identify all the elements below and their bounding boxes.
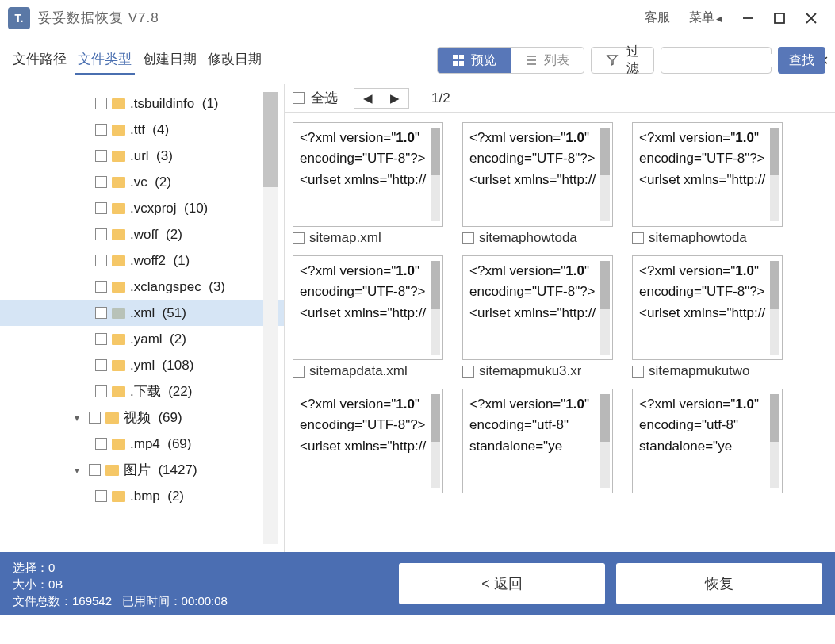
- tree-leaf[interactable]: .xml (51): [0, 300, 284, 326]
- file-checkbox[interactable]: [293, 232, 305, 244]
- select-all-checkbox[interactable]: [293, 92, 305, 104]
- tree-leaf[interactable]: .url (3): [0, 143, 284, 169]
- preview-button[interactable]: 预览: [438, 48, 511, 73]
- filter-button[interactable]: 过滤: [591, 47, 654, 74]
- next-page-button[interactable]: ▶: [381, 89, 408, 108]
- file-name: sitemapmukutwo: [649, 363, 750, 379]
- tree-label: .woff (2): [130, 227, 182, 243]
- tree-leaf[interactable]: .mp4 (69): [0, 431, 284, 457]
- card-scrollbar[interactable]: [431, 261, 440, 355]
- tab-created-date[interactable]: 创建日期: [140, 45, 200, 75]
- tree-label: 图片 (1427): [124, 461, 197, 479]
- folder-icon: [112, 439, 125, 450]
- file-checkbox[interactable]: [462, 366, 474, 378]
- tree-checkbox[interactable]: [95, 333, 107, 345]
- file-card[interactable]: <?xml version="1.0" encoding="UTF-8"?> <…: [462, 255, 613, 379]
- list-button[interactable]: 列表: [511, 48, 584, 73]
- tree-leaf[interactable]: .yaml (2): [0, 326, 284, 352]
- find-button[interactable]: 查找: [778, 47, 825, 74]
- file-card[interactable]: <?xml version="1.0" encoding="UTF-8"?> <…: [293, 255, 443, 379]
- tree-leaf[interactable]: .ttf (4): [0, 117, 284, 143]
- card-scrollbar[interactable]: [600, 261, 610, 355]
- file-card[interactable]: <?xml version="1.0" encoding="UTF-8"?> <…: [293, 122, 443, 246]
- file-card[interactable]: <?xml version="1.0" encoding="UTF-8"?> <…: [293, 389, 443, 493]
- card-scrollbar[interactable]: [770, 394, 779, 488]
- tree-leaf[interactable]: .xclangspec (3): [0, 274, 284, 300]
- folder-icon: [112, 177, 125, 188]
- card-scrollbar[interactable]: [431, 394, 440, 488]
- card-scrollbar[interactable]: [600, 394, 610, 488]
- tree-leaf[interactable]: .yml (108): [0, 352, 284, 378]
- file-name: sitemaphowtoda: [479, 230, 577, 246]
- file-card[interactable]: <?xml version="1.0" encoding="utf-8" sta…: [632, 389, 783, 493]
- tree-leaf[interactable]: .下载 (22): [0, 378, 284, 404]
- tree-checkbox[interactable]: [95, 307, 107, 319]
- footer: 选择：0 大小：0B 文件总数：169542 已用时间：00:00:08 < 返…: [0, 552, 835, 615]
- tree-checkbox[interactable]: [95, 202, 107, 214]
- tree-leaf[interactable]: .vc (2): [0, 169, 284, 195]
- tree-label: .yml (108): [130, 358, 193, 374]
- sidebar-scrollbar[interactable]: [263, 92, 278, 544]
- tree-checkbox[interactable]: [95, 228, 107, 240]
- tree-leaf[interactable]: .woff2 (1): [0, 247, 284, 274]
- tree-checkbox[interactable]: [95, 255, 107, 266]
- maximize-button[interactable]: [764, 2, 795, 34]
- recover-button[interactable]: 恢复: [616, 563, 822, 604]
- file-checkbox[interactable]: [462, 232, 474, 244]
- tree-checkbox[interactable]: [95, 359, 107, 371]
- file-name: sitemapdata.xml: [309, 363, 408, 379]
- prev-page-button[interactable]: ◀: [354, 89, 381, 108]
- card-scrollbar[interactable]: [431, 128, 440, 221]
- tree-leaf[interactable]: .woff (2): [0, 221, 284, 247]
- tree-branch[interactable]: ▾图片 (1427): [0, 457, 284, 483]
- tree-label: .tsbuildinfo (1): [130, 96, 219, 112]
- folder-icon: [112, 125, 125, 136]
- file-card[interactable]: <?xml version="1.0" encoding="UTF-8"?> <…: [632, 255, 783, 379]
- main-header: 全选 ◀ ▶ 1/2: [285, 84, 835, 113]
- file-card[interactable]: <?xml version="1.0" encoding="UTF-8"?> <…: [462, 122, 613, 246]
- app-icon: T.: [8, 7, 30, 29]
- list-icon: [525, 54, 538, 67]
- file-card[interactable]: <?xml version="1.0" encoding="UTF-8"?> <…: [632, 122, 783, 246]
- search-field[interactable]: ✕: [661, 47, 772, 74]
- tree-checkbox[interactable]: [89, 412, 101, 424]
- tree-checkbox[interactable]: [89, 464, 101, 476]
- menu-link[interactable]: 菜单◀: [689, 10, 722, 26]
- file-checkbox[interactable]: [293, 366, 305, 378]
- tree-checkbox[interactable]: [95, 150, 107, 162]
- file-preview: <?xml version="1.0" encoding="utf-8" sta…: [632, 389, 783, 493]
- tree-leaf[interactable]: .vcxproj (10): [0, 195, 284, 221]
- tree-label: .vc (2): [130, 174, 171, 190]
- list-label: 列表: [544, 52, 569, 69]
- file-preview: <?xml version="1.0" encoding="UTF-8"?> <…: [293, 122, 443, 227]
- file-card[interactable]: <?xml version="1.0" encoding="utf-8" sta…: [462, 389, 613, 493]
- card-scrollbar[interactable]: [600, 128, 610, 221]
- titlebar: T. 妥妥数据恢复 V7.8 客服 菜单◀: [0, 0, 835, 36]
- tree-checkbox[interactable]: [95, 98, 107, 109]
- tree-branch[interactable]: ▾视频 (69): [0, 404, 284, 431]
- chevron-down-icon: ▾: [75, 412, 84, 424]
- tree-checkbox[interactable]: [95, 124, 107, 136]
- close-button[interactable]: [795, 2, 827, 34]
- file-checkbox[interactable]: [632, 366, 644, 378]
- back-button[interactable]: < 返回: [399, 563, 605, 604]
- tree-checkbox[interactable]: [95, 438, 107, 450]
- tree-checkbox[interactable]: [95, 385, 107, 397]
- card-scrollbar[interactable]: [770, 128, 779, 221]
- support-link[interactable]: 客服: [645, 10, 670, 26]
- tree-checkbox[interactable]: [95, 281, 107, 293]
- minimize-button[interactable]: [732, 2, 764, 34]
- file-preview: <?xml version="1.0" encoding="UTF-8"?> <…: [462, 122, 613, 227]
- tab-modified-date[interactable]: 修改日期: [205, 45, 265, 75]
- tab-file-type[interactable]: 文件类型: [75, 45, 135, 75]
- card-scrollbar[interactable]: [770, 261, 779, 355]
- file-name: sitemapmuku3.xr: [479, 363, 581, 379]
- tree-leaf[interactable]: .tsbuildinfo (1): [0, 90, 284, 117]
- tree-checkbox[interactable]: [95, 490, 107, 502]
- tree-leaf[interactable]: .bmp (2): [0, 483, 284, 509]
- tab-file-path[interactable]: 文件路径: [10, 45, 70, 75]
- svg-rect-6: [453, 61, 458, 66]
- file-checkbox[interactable]: [632, 232, 644, 244]
- app-title: 妥妥数据恢复 V7.8: [38, 9, 159, 27]
- tree-checkbox[interactable]: [95, 176, 107, 188]
